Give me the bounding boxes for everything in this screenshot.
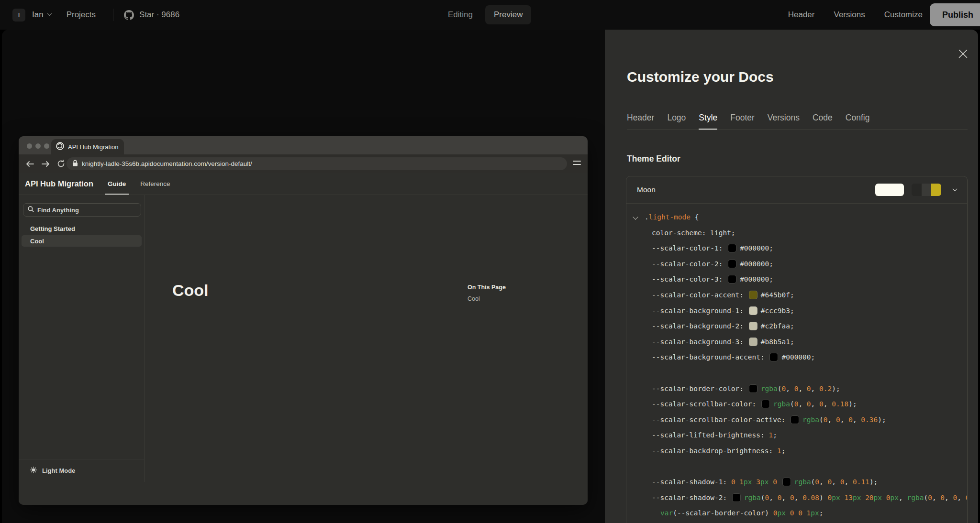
code-token: 0 [773,478,777,486]
browser-mockup: API Hub Migration [19,136,588,505]
tab-versions[interactable]: Versions [768,106,800,129]
github-star-button[interactable]: Star · 9686 [124,10,179,20]
color-swatch [749,291,757,299]
code-line: --scalar-color-2: #000000; [626,256,968,272]
code-token: ( [924,494,928,501]
main-container: API Hub Migration [2,30,978,523]
code-token: #000000; [740,275,773,283]
tab-editing[interactable]: Editing [439,5,481,24]
browser-tab-title: API Hub Migration [68,143,119,151]
docs-body: Find Anything Getting Started Cool Light… [19,195,588,505]
code-token: ); [848,400,857,408]
window-controls[interactable] [27,143,49,149]
color-swatch [761,400,770,408]
preview-canvas: API Hub Migration [2,30,605,523]
code-token: ; [819,509,824,517]
tab-config[interactable]: Config [846,106,870,129]
docs-nav-reference[interactable]: Reference [140,173,170,195]
browser-menu-icon[interactable] [573,161,581,167]
panel-tabs: Header Logo Style Footer Versions Code C… [627,106,968,130]
workspace-name: Ian [32,10,44,20]
close-button[interactable] [956,48,969,61]
code-token: ( [790,400,794,408]
publish-button[interactable]: Publish [930,3,980,26]
window-maximize-dot[interactable] [44,143,49,149]
color-swatch [782,478,791,486]
code-token: px [760,478,768,486]
code-line: --scalar-background-1: #ccc9b3; [626,303,968,319]
code-token: 0 [828,478,832,486]
customize-action[interactable]: Customize [884,10,923,20]
workspace-menu[interactable]: Ian [32,10,51,20]
url-bar[interactable]: knightly-ladle-35s6b.apidocumentation.co… [67,157,567,170]
code-token: #b8b5a1; [761,338,794,346]
docs-navbar: API Hub Migration Guide Reference [19,173,588,195]
code-token: --scalar-color-2: [652,260,727,268]
code-token: --scalar-color-accent: [652,291,748,299]
code-token: ( [819,416,824,424]
browser-tab[interactable]: API Hub Migration [51,139,124,154]
sidebar-item-cool[interactable]: Cool [22,235,142,247]
forward-icon[interactable] [41,160,50,168]
tab-preview[interactable]: Preview [485,5,531,24]
tab-logo[interactable]: Logo [667,106,686,129]
close-icon [958,49,968,60]
theme-swatch-group [912,184,941,196]
code-token: , [899,494,907,501]
code-token: var [660,509,673,517]
code-token: . [645,213,649,221]
mode-switcher: Editing Preview [439,0,531,30]
code-token: 0 [807,400,811,408]
code-token: 0.11 [853,478,869,486]
tab-code[interactable]: Code [813,106,833,129]
code-token: 0.2 [819,385,832,392]
code-token: , [844,478,852,486]
code-token: , [957,494,965,501]
reload-icon[interactable] [57,160,65,168]
code-line: --scalar-color-3: #000000; [626,272,968,287]
code-token [794,509,798,517]
window-close-dot[interactable] [27,143,32,149]
docs-site-title[interactable]: API Hub Migration [25,179,93,188]
toc-item-cool[interactable]: Cool [468,295,506,302]
workspace-logo[interactable]: I [12,9,25,22]
light-mode-toggle[interactable]: Light Mode [19,459,145,482]
customize-panel: Customize your Docs Header Logo Style Fo… [605,30,978,523]
theme-editor-box: Moon .light-mode {color-scheme: light;--… [626,176,968,523]
theme-select-value: Moon [637,185,656,194]
projects-link[interactable]: Projects [67,10,96,20]
theme-swatch-segment [922,184,932,196]
tab-style[interactable]: Style [699,106,717,129]
code-token: , [769,494,777,501]
theme-code[interactable]: .light-mode {color-scheme: light;--scala… [626,204,968,523]
code-token: px [853,494,861,501]
code-token: 0.18 [832,400,848,408]
tab-footer[interactable]: Footer [730,106,755,129]
code-token: --scalar-color-1: [652,244,727,252]
versions-action[interactable]: Versions [834,10,865,20]
code-token: #000000; [740,260,773,268]
window-minimize-dot[interactable] [35,143,41,149]
code-token: , [853,416,861,424]
theme-swatch-segment [912,184,922,196]
theme-select[interactable]: Moon [626,176,967,204]
panel-title: Customize your Docs [627,69,774,85]
tab-header[interactable]: Header [627,106,654,129]
code-token: --scalar-shadow-2: [652,494,731,501]
code-token: , [819,478,827,486]
docs-nav-guide[interactable]: Guide [108,173,126,195]
color-swatch [728,244,736,252]
header-action[interactable]: Header [788,10,815,20]
code-token: 0 [953,494,958,501]
code-token: --scalar-color-3: [652,275,727,283]
back-icon[interactable] [25,160,34,168]
light-mode-label: Light Mode [42,467,75,474]
docs-search-input[interactable]: Find Anything [23,203,141,217]
code-token: ); [878,416,886,424]
code-token: 0 [815,478,819,486]
color-swatch [749,338,757,346]
code-token: ) [819,494,827,501]
code-token [802,509,807,517]
code-token: 13 [844,494,852,501]
code-token: 0 [886,494,891,501]
